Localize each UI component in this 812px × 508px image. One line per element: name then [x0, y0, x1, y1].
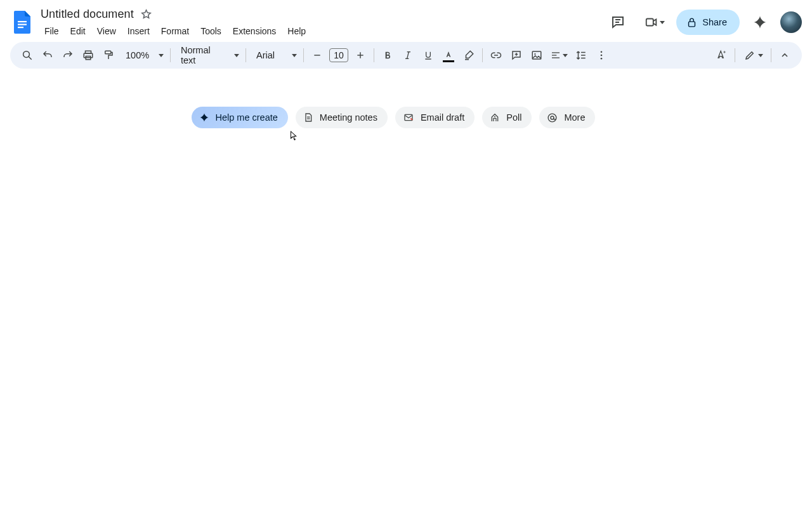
style-value: Normal text — [181, 45, 226, 65]
font-size-group — [308, 46, 370, 65]
decrease-font-size-icon[interactable] — [308, 46, 327, 65]
separator — [374, 48, 374, 62]
gemini-icon[interactable] — [747, 10, 773, 35]
more-tools-icon[interactable] — [592, 46, 611, 65]
align-select[interactable] — [547, 46, 570, 65]
svg-rect-10 — [84, 53, 93, 58]
svg-line-8 — [29, 57, 32, 60]
menu-help[interactable]: Help — [282, 23, 311, 39]
star-icon[interactable] — [140, 8, 153, 20]
chevron-down-icon — [234, 54, 239, 57]
ai-tools-icon[interactable] — [712, 46, 731, 65]
doc-icon — [303, 112, 313, 123]
chip-label: Meeting notes — [320, 112, 377, 123]
svg-point-34 — [551, 116, 554, 119]
comments-icon[interactable] — [605, 10, 631, 35]
separator — [170, 48, 171, 62]
chevron-down-icon — [292, 54, 297, 57]
print-icon[interactable] — [79, 46, 98, 65]
chip-email-draft[interactable]: Email draft — [395, 107, 475, 128]
chevron-down-icon — [159, 54, 164, 57]
undo-icon[interactable] — [38, 46, 57, 65]
svg-line-18 — [407, 52, 409, 59]
header-actions: Share — [605, 10, 802, 35]
poll-icon — [490, 112, 500, 123]
chip-label: Poll — [506, 112, 521, 123]
account-avatar[interactable] — [780, 11, 802, 33]
svg-point-33 — [549, 114, 557, 122]
svg-rect-6 — [689, 22, 695, 27]
add-comment-icon[interactable] — [507, 46, 526, 65]
chip-meeting-notes[interactable]: Meeting notes — [296, 107, 388, 128]
chip-help-me-create[interactable]: Help me create — [192, 107, 288, 128]
svg-rect-12 — [105, 51, 111, 54]
italic-icon[interactable] — [398, 46, 417, 65]
paint-format-icon[interactable] — [99, 46, 118, 65]
separator — [303, 48, 304, 62]
zoom-value: 100% — [126, 50, 149, 60]
chip-label: Help me create — [216, 112, 278, 123]
svg-point-28 — [601, 58, 603, 60]
text-color-icon[interactable] — [439, 46, 458, 65]
sparkle-icon — [199, 112, 209, 123]
editing-mode-select[interactable] — [739, 46, 767, 65]
chip-more[interactable]: More — [539, 107, 595, 128]
svg-rect-2 — [18, 27, 23, 28]
svg-rect-5 — [646, 19, 653, 26]
svg-point-32 — [494, 116, 495, 117]
svg-point-26 — [601, 51, 603, 53]
chevron-down-icon — [660, 21, 665, 24]
chevron-down-icon — [758, 54, 763, 57]
increase-font-size-icon[interactable] — [351, 46, 370, 65]
chip-poll[interactable]: Poll — [482, 107, 532, 128]
meet-button[interactable] — [638, 10, 669, 35]
app-header: Untitled document File Edit View Insert … — [0, 0, 812, 39]
document-canvas[interactable]: Help me create Meeting notes Email draft… — [0, 69, 812, 128]
menu-extensions[interactable]: Extensions — [228, 23, 281, 39]
menu-bar: File Edit View Insert Format Tools Exten… — [41, 23, 605, 39]
share-button[interactable]: Share — [676, 10, 740, 35]
pencil-icon — [744, 50, 756, 61]
share-label: Share — [702, 17, 727, 27]
line-spacing-icon[interactable] — [572, 46, 591, 65]
document-title[interactable]: Untitled document — [41, 8, 134, 21]
menu-file[interactable]: File — [41, 23, 64, 39]
toolbar: 100% Normal text Arial — [10, 42, 802, 69]
title-area: Untitled document File Edit View Insert … — [41, 6, 605, 39]
insert-image-icon[interactable] — [527, 46, 546, 65]
separator — [771, 48, 771, 62]
underline-icon[interactable] — [419, 46, 438, 65]
svg-point-22 — [534, 53, 535, 55]
svg-point-27 — [601, 55, 603, 57]
separator — [482, 48, 483, 62]
chevron-down-icon — [563, 54, 568, 57]
separator — [735, 48, 735, 62]
font-size-input[interactable] — [329, 48, 348, 62]
suggestion-chips: Help me create Meeting notes Email draft… — [192, 107, 596, 128]
insert-link-icon[interactable] — [487, 46, 506, 65]
menu-view[interactable]: View — [92, 23, 121, 39]
menu-edit[interactable]: Edit — [65, 23, 91, 39]
chip-label: Email draft — [421, 112, 464, 123]
bold-icon[interactable] — [378, 46, 397, 65]
menu-tools[interactable]: Tools — [195, 23, 226, 39]
svg-point-7 — [23, 51, 30, 58]
paragraph-style-select[interactable]: Normal text — [174, 46, 242, 65]
search-menus-icon[interactable] — [18, 46, 37, 65]
lock-icon — [686, 17, 697, 28]
chip-label: More — [564, 112, 585, 123]
redo-icon[interactable] — [58, 46, 77, 65]
separator — [246, 48, 246, 62]
svg-rect-1 — [18, 24, 27, 25]
menu-insert[interactable]: Insert — [122, 23, 155, 39]
font-select[interactable]: Arial — [250, 46, 299, 65]
menu-format[interactable]: Format — [156, 23, 194, 39]
mail-icon — [403, 112, 414, 123]
mouse-cursor-icon — [290, 130, 299, 142]
collapse-toolbar-icon[interactable] — [775, 46, 794, 65]
docs-logo-icon[interactable] — [10, 10, 36, 35]
font-value: Arial — [256, 50, 275, 60]
zoom-select[interactable]: 100% — [119, 46, 166, 65]
highlight-icon[interactable] — [459, 46, 478, 65]
at-icon — [547, 112, 558, 123]
